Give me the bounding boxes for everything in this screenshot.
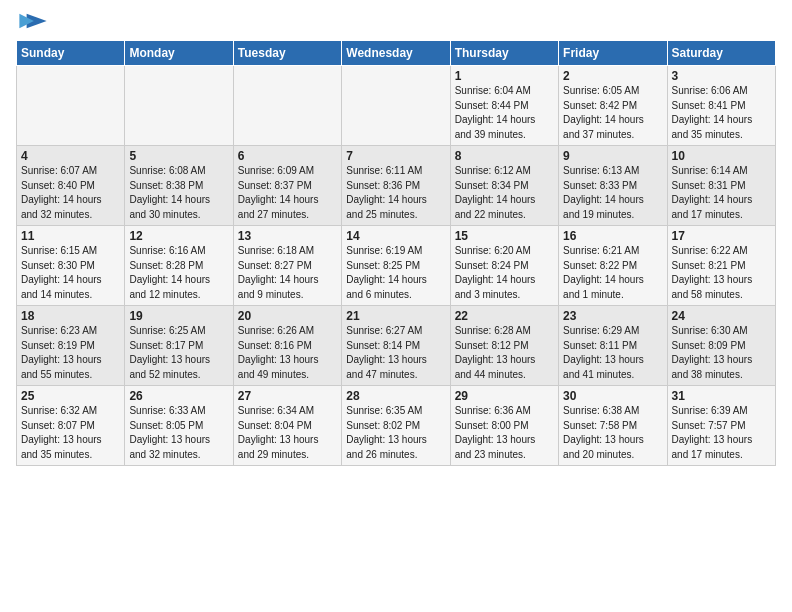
- dow-header-sunday: Sunday: [17, 41, 125, 66]
- calendar-cell: 12Sunrise: 6:16 AM Sunset: 8:28 PM Dayli…: [125, 226, 233, 306]
- day-info: Sunrise: 6:25 AM Sunset: 8:17 PM Dayligh…: [129, 324, 228, 382]
- logo: [16, 12, 48, 32]
- day-info: Sunrise: 6:28 AM Sunset: 8:12 PM Dayligh…: [455, 324, 554, 382]
- day-number: 9: [563, 149, 662, 163]
- day-number: 15: [455, 229, 554, 243]
- day-info: Sunrise: 6:06 AM Sunset: 8:41 PM Dayligh…: [672, 84, 771, 142]
- day-info: Sunrise: 6:09 AM Sunset: 8:37 PM Dayligh…: [238, 164, 337, 222]
- calendar-cell: 3Sunrise: 6:06 AM Sunset: 8:41 PM Daylig…: [667, 66, 775, 146]
- dow-header-friday: Friday: [559, 41, 667, 66]
- day-number: 11: [21, 229, 120, 243]
- day-info: Sunrise: 6:34 AM Sunset: 8:04 PM Dayligh…: [238, 404, 337, 462]
- day-number: 6: [238, 149, 337, 163]
- page-header: [0, 0, 792, 36]
- calendar-cell: [233, 66, 341, 146]
- day-info: Sunrise: 6:33 AM Sunset: 8:05 PM Dayligh…: [129, 404, 228, 462]
- day-number: 30: [563, 389, 662, 403]
- calendar-cell: [17, 66, 125, 146]
- calendar-cell: 28Sunrise: 6:35 AM Sunset: 8:02 PM Dayli…: [342, 386, 450, 466]
- day-info: Sunrise: 6:36 AM Sunset: 8:00 PM Dayligh…: [455, 404, 554, 462]
- calendar-cell: [125, 66, 233, 146]
- calendar-cell: 13Sunrise: 6:18 AM Sunset: 8:27 PM Dayli…: [233, 226, 341, 306]
- calendar-cell: 29Sunrise: 6:36 AM Sunset: 8:00 PM Dayli…: [450, 386, 558, 466]
- day-number: 14: [346, 229, 445, 243]
- calendar-cell: 23Sunrise: 6:29 AM Sunset: 8:11 PM Dayli…: [559, 306, 667, 386]
- day-info: Sunrise: 6:29 AM Sunset: 8:11 PM Dayligh…: [563, 324, 662, 382]
- day-number: 1: [455, 69, 554, 83]
- day-number: 8: [455, 149, 554, 163]
- calendar-cell: 26Sunrise: 6:33 AM Sunset: 8:05 PM Dayli…: [125, 386, 233, 466]
- calendar-cell: 19Sunrise: 6:25 AM Sunset: 8:17 PM Dayli…: [125, 306, 233, 386]
- day-info: Sunrise: 6:12 AM Sunset: 8:34 PM Dayligh…: [455, 164, 554, 222]
- day-number: 27: [238, 389, 337, 403]
- day-info: Sunrise: 6:07 AM Sunset: 8:40 PM Dayligh…: [21, 164, 120, 222]
- day-number: 17: [672, 229, 771, 243]
- week-row-2: 4Sunrise: 6:07 AM Sunset: 8:40 PM Daylig…: [17, 146, 776, 226]
- day-info: Sunrise: 6:14 AM Sunset: 8:31 PM Dayligh…: [672, 164, 771, 222]
- calendar-cell: 30Sunrise: 6:38 AM Sunset: 7:58 PM Dayli…: [559, 386, 667, 466]
- calendar-cell: 6Sunrise: 6:09 AM Sunset: 8:37 PM Daylig…: [233, 146, 341, 226]
- dow-header-thursday: Thursday: [450, 41, 558, 66]
- calendar-cell: 5Sunrise: 6:08 AM Sunset: 8:38 PM Daylig…: [125, 146, 233, 226]
- calendar-cell: 25Sunrise: 6:32 AM Sunset: 8:07 PM Dayli…: [17, 386, 125, 466]
- day-info: Sunrise: 6:32 AM Sunset: 8:07 PM Dayligh…: [21, 404, 120, 462]
- day-info: Sunrise: 6:05 AM Sunset: 8:42 PM Dayligh…: [563, 84, 662, 142]
- calendar-cell: 7Sunrise: 6:11 AM Sunset: 8:36 PM Daylig…: [342, 146, 450, 226]
- day-info: Sunrise: 6:08 AM Sunset: 8:38 PM Dayligh…: [129, 164, 228, 222]
- calendar-table: SundayMondayTuesdayWednesdayThursdayFrid…: [16, 40, 776, 466]
- day-info: Sunrise: 6:30 AM Sunset: 8:09 PM Dayligh…: [672, 324, 771, 382]
- calendar-cell: 10Sunrise: 6:14 AM Sunset: 8:31 PM Dayli…: [667, 146, 775, 226]
- calendar-cell: 27Sunrise: 6:34 AM Sunset: 8:04 PM Dayli…: [233, 386, 341, 466]
- day-number: 29: [455, 389, 554, 403]
- day-number: 21: [346, 309, 445, 323]
- day-info: Sunrise: 6:16 AM Sunset: 8:28 PM Dayligh…: [129, 244, 228, 302]
- day-info: Sunrise: 6:15 AM Sunset: 8:30 PM Dayligh…: [21, 244, 120, 302]
- calendar-cell: 21Sunrise: 6:27 AM Sunset: 8:14 PM Dayli…: [342, 306, 450, 386]
- day-number: 22: [455, 309, 554, 323]
- calendar-cell: 2Sunrise: 6:05 AM Sunset: 8:42 PM Daylig…: [559, 66, 667, 146]
- week-row-1: 1Sunrise: 6:04 AM Sunset: 8:44 PM Daylig…: [17, 66, 776, 146]
- day-number: 28: [346, 389, 445, 403]
- dow-header-wednesday: Wednesday: [342, 41, 450, 66]
- day-info: Sunrise: 6:11 AM Sunset: 8:36 PM Dayligh…: [346, 164, 445, 222]
- day-info: Sunrise: 6:26 AM Sunset: 8:16 PM Dayligh…: [238, 324, 337, 382]
- calendar-cell: 8Sunrise: 6:12 AM Sunset: 8:34 PM Daylig…: [450, 146, 558, 226]
- day-number: 26: [129, 389, 228, 403]
- calendar-wrapper: SundayMondayTuesdayWednesdayThursdayFrid…: [0, 36, 792, 474]
- calendar-cell: 1Sunrise: 6:04 AM Sunset: 8:44 PM Daylig…: [450, 66, 558, 146]
- day-number: 7: [346, 149, 445, 163]
- calendar-cell: 17Sunrise: 6:22 AM Sunset: 8:21 PM Dayli…: [667, 226, 775, 306]
- calendar-cell: 16Sunrise: 6:21 AM Sunset: 8:22 PM Dayli…: [559, 226, 667, 306]
- day-number: 10: [672, 149, 771, 163]
- day-info: Sunrise: 6:22 AM Sunset: 8:21 PM Dayligh…: [672, 244, 771, 302]
- day-info: Sunrise: 6:19 AM Sunset: 8:25 PM Dayligh…: [346, 244, 445, 302]
- day-info: Sunrise: 6:20 AM Sunset: 8:24 PM Dayligh…: [455, 244, 554, 302]
- day-number: 13: [238, 229, 337, 243]
- day-info: Sunrise: 6:39 AM Sunset: 7:57 PM Dayligh…: [672, 404, 771, 462]
- day-number: 18: [21, 309, 120, 323]
- day-info: Sunrise: 6:27 AM Sunset: 8:14 PM Dayligh…: [346, 324, 445, 382]
- day-info: Sunrise: 6:35 AM Sunset: 8:02 PM Dayligh…: [346, 404, 445, 462]
- day-number: 2: [563, 69, 662, 83]
- calendar-cell: 22Sunrise: 6:28 AM Sunset: 8:12 PM Dayli…: [450, 306, 558, 386]
- calendar-cell: 15Sunrise: 6:20 AM Sunset: 8:24 PM Dayli…: [450, 226, 558, 306]
- dow-header-saturday: Saturday: [667, 41, 775, 66]
- day-number: 3: [672, 69, 771, 83]
- dow-header-monday: Monday: [125, 41, 233, 66]
- day-info: Sunrise: 6:21 AM Sunset: 8:22 PM Dayligh…: [563, 244, 662, 302]
- calendar-cell: 24Sunrise: 6:30 AM Sunset: 8:09 PM Dayli…: [667, 306, 775, 386]
- calendar-cell: 14Sunrise: 6:19 AM Sunset: 8:25 PM Dayli…: [342, 226, 450, 306]
- day-info: Sunrise: 6:38 AM Sunset: 7:58 PM Dayligh…: [563, 404, 662, 462]
- day-number: 4: [21, 149, 120, 163]
- day-number: 25: [21, 389, 120, 403]
- week-row-5: 25Sunrise: 6:32 AM Sunset: 8:07 PM Dayli…: [17, 386, 776, 466]
- day-number: 12: [129, 229, 228, 243]
- calendar-cell: [342, 66, 450, 146]
- day-number: 23: [563, 309, 662, 323]
- day-info: Sunrise: 6:04 AM Sunset: 8:44 PM Dayligh…: [455, 84, 554, 142]
- dow-header-tuesday: Tuesday: [233, 41, 341, 66]
- day-number: 20: [238, 309, 337, 323]
- calendar-cell: 9Sunrise: 6:13 AM Sunset: 8:33 PM Daylig…: [559, 146, 667, 226]
- calendar-cell: 18Sunrise: 6:23 AM Sunset: 8:19 PM Dayli…: [17, 306, 125, 386]
- week-row-3: 11Sunrise: 6:15 AM Sunset: 8:30 PM Dayli…: [17, 226, 776, 306]
